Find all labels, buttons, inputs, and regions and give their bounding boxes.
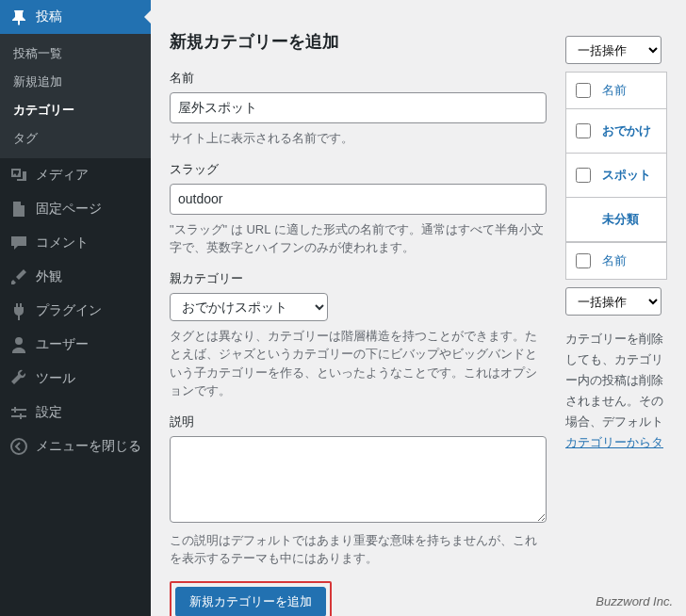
sidebar-item-plugins[interactable]: プラグイン [0, 294, 151, 328]
desc-help: この説明はデフォルトではあまり重要な意味を持ちませんが、これを表示するテーマも中… [170, 531, 547, 568]
category-notes: カテゴリーを削除しても、カテゴリー内の投稿は削除されません。その場合、デフォルト… [565, 329, 667, 454]
sidebar-item-collapse[interactable]: メニューを閉じる [0, 430, 151, 463]
field-slug: スラッグ "スラッグ" は URL に適した形式の名前です。通常はすべて半角小文… [170, 161, 547, 257]
desc-textarea[interactable] [170, 436, 547, 523]
sidebar-item-label: 設定 [36, 404, 62, 421]
parent-help: タグとは異なり、カテゴリーは階層構造を持つことができます。たとえば、ジャズという… [170, 327, 547, 400]
svg-point-0 [11, 439, 26, 454]
admin-sidebar: 投稿 投稿一覧 新規追加 カテゴリー タグ メディア 固定ページ コメント 外観… [0, 0, 151, 616]
row-name-link[interactable]: スポット [602, 167, 651, 184]
slug-label: スラッグ [170, 161, 547, 178]
field-description: 説明 この説明はデフォルトではあまり重要な意味を持ちませんが、これを表示するテー… [170, 413, 547, 568]
sidebar-item-appearance[interactable]: 外観 [0, 260, 151, 294]
sidebar-sub-tags[interactable]: タグ [0, 124, 151, 153]
notes-link[interactable]: カテゴリーからタ [565, 435, 663, 449]
wrench-icon [9, 369, 28, 388]
parent-select[interactable]: おでかけスポット [170, 293, 328, 321]
name-label: 名前 [170, 70, 547, 87]
sidebar-item-tools[interactable]: ツール [0, 362, 151, 396]
select-all-top[interactable] [576, 83, 591, 98]
notes-text: カテゴリーを削除しても、カテゴリー内の投稿は削除されません。その場合、デフォルト [565, 332, 663, 429]
sidebar-item-media[interactable]: メディア [0, 158, 151, 192]
sidebar-item-label: メニューを閉じる [36, 438, 141, 455]
sidebar-item-label: ユーザー [36, 336, 89, 353]
row-name-uncategorized[interactable]: 未分類 [576, 211, 639, 228]
sidebar-item-settings[interactable]: 設定 [0, 396, 151, 430]
row-checkbox[interactable] [576, 168, 591, 183]
select-all-bottom[interactable] [576, 253, 591, 268]
pushpin-icon [9, 8, 28, 26]
field-parent: 親カテゴリー おでかけスポット タグとは異なり、カテゴリーは階層構造を持つことが… [170, 270, 547, 400]
name-help: サイト上に表示される名前です。 [170, 129, 547, 148]
add-category-button[interactable]: 新規カテゴリーを追加 [175, 587, 326, 617]
desc-label: 説明 [170, 413, 547, 430]
sidebar-item-users[interactable]: ユーザー [0, 328, 151, 362]
collapse-icon [9, 437, 28, 456]
column-footer-name[interactable]: 名前 [602, 252, 627, 269]
main-content: 新規カテゴリーを追加 名前 サイト上に表示される名前です。 スラッグ "スラッグ… [151, 0, 686, 616]
sidebar-item-label: コメント [36, 235, 89, 251]
table-row: 未分類 [566, 198, 666, 242]
sidebar-submenu-posts: 投稿一覧 新規追加 カテゴリー タグ [0, 34, 151, 158]
sidebar-item-label: 外観 [36, 268, 62, 285]
sidebar-sub-new-post[interactable]: 新規追加 [0, 68, 151, 96]
sidebar-item-pages[interactable]: 固定ページ [0, 192, 151, 226]
add-category-form: 新規カテゴリーを追加 名前 サイト上に表示される名前です。 スラッグ "スラッグ… [170, 9, 547, 616]
column-header-name[interactable]: 名前 [602, 82, 627, 99]
bulk-select-bottom[interactable]: 一括操作 [565, 287, 662, 316]
row-checkbox[interactable] [576, 123, 591, 138]
field-name: 名前 サイト上に表示される名前です。 [170, 70, 547, 148]
slug-help: "スラッグ" は URL に適した形式の名前です。通常はすべて半角小文字で、英数… [170, 220, 547, 257]
slug-input[interactable] [170, 184, 547, 215]
sidebar-item-posts[interactable]: 投稿 [0, 0, 151, 34]
sidebar-item-label: 投稿 [36, 8, 62, 25]
page-icon [9, 200, 28, 219]
submit-highlight: 新規カテゴリーを追加 [170, 581, 332, 617]
form-title: 新規カテゴリーを追加 [170, 30, 547, 53]
sidebar-sub-categories[interactable]: カテゴリー [0, 96, 151, 124]
row-name-link[interactable]: おでかけ [602, 122, 651, 139]
sidebar-item-label: 固定ページ [36, 201, 102, 218]
media-icon [9, 166, 28, 185]
name-input[interactable] [170, 92, 547, 123]
category-list-column: 一括操作 名前 おでかけ スポット 未分類 名前 [565, 9, 667, 616]
table-header: 名前 [566, 73, 666, 109]
table-row: おでかけ [566, 109, 666, 154]
brush-icon [9, 267, 28, 286]
table-footer: 名前 [566, 242, 666, 279]
sidebar-sub-all-posts[interactable]: 投稿一覧 [0, 40, 151, 68]
sidebar-item-label: ツール [36, 370, 75, 387]
footer-credit: Buzzword Inc. [596, 594, 673, 608]
bulk-actions-bottom: 一括操作 [565, 287, 667, 316]
settings-icon [9, 403, 28, 422]
sidebar-item-label: プラグイン [36, 302, 102, 319]
sidebar-item-label: メディア [36, 167, 89, 184]
parent-label: 親カテゴリー [170, 270, 547, 287]
comment-icon [9, 234, 28, 252]
bulk-actions-top: 一括操作 [565, 36, 667, 64]
table-row: スポット [566, 154, 666, 198]
bulk-select-top[interactable]: 一括操作 [565, 36, 662, 64]
plug-icon [9, 301, 28, 320]
category-table: 名前 おでかけ スポット 未分類 名前 [565, 72, 667, 280]
user-icon [9, 335, 28, 354]
sidebar-item-comments[interactable]: コメント [0, 226, 151, 260]
